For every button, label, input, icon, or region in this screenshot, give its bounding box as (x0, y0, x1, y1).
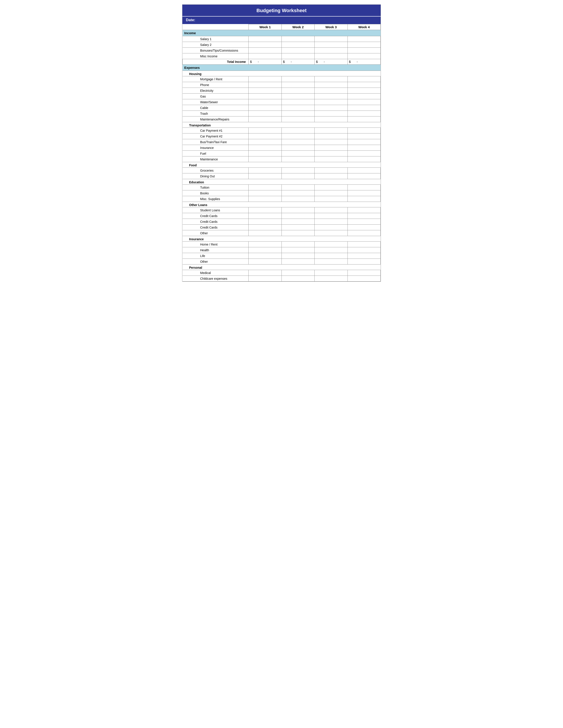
value-cell[interactable] (282, 185, 315, 190)
value-cell[interactable] (282, 151, 315, 156)
value-cell[interactable] (348, 207, 381, 213)
total-week3[interactable]: $ - (315, 59, 348, 65)
value-cell[interactable] (315, 42, 348, 48)
value-cell[interactable] (315, 253, 348, 259)
value-cell[interactable] (348, 139, 381, 145)
value-cell[interactable] (248, 247, 282, 253)
value-cell[interactable] (348, 151, 381, 156)
value-cell[interactable] (282, 76, 315, 82)
value-cell[interactable] (248, 88, 282, 94)
value-cell[interactable] (282, 225, 315, 230)
value-cell[interactable] (315, 36, 348, 42)
value-cell[interactable] (315, 145, 348, 151)
value-cell[interactable] (348, 133, 381, 139)
value-cell[interactable] (315, 105, 348, 111)
value-cell[interactable] (315, 185, 348, 190)
value-cell[interactable] (348, 219, 381, 225)
value-cell[interactable] (282, 156, 315, 162)
value-cell[interactable] (348, 213, 381, 219)
value-cell[interactable] (348, 36, 381, 42)
value-cell[interactable] (282, 276, 315, 281)
value-cell[interactable] (248, 133, 282, 139)
value-cell[interactable] (248, 185, 282, 190)
value-cell[interactable] (248, 173, 282, 179)
value-cell[interactable] (315, 82, 348, 88)
value-cell[interactable] (348, 111, 381, 116)
value-cell[interactable] (348, 190, 381, 196)
value-cell[interactable] (348, 105, 381, 111)
value-cell[interactable] (315, 247, 348, 253)
value-cell[interactable] (282, 253, 315, 259)
value-cell[interactable] (248, 213, 282, 219)
value-cell[interactable] (248, 196, 282, 202)
value-cell[interactable] (315, 173, 348, 179)
value-cell[interactable] (315, 213, 348, 219)
value-cell[interactable] (315, 270, 348, 276)
value-cell[interactable] (315, 139, 348, 145)
value-cell[interactable] (348, 82, 381, 88)
value-cell[interactable] (315, 151, 348, 156)
value-cell[interactable] (282, 48, 315, 53)
value-cell[interactable] (348, 247, 381, 253)
value-cell[interactable] (282, 219, 315, 225)
total-week2[interactable]: $ - (282, 59, 315, 65)
value-cell[interactable] (315, 48, 348, 53)
value-cell[interactable] (248, 53, 282, 59)
value-cell[interactable] (248, 270, 282, 276)
value-cell[interactable] (282, 133, 315, 139)
value-cell[interactable] (248, 230, 282, 236)
value-cell[interactable] (248, 156, 282, 162)
value-cell[interactable] (282, 196, 315, 202)
value-cell[interactable] (348, 196, 381, 202)
value-cell[interactable] (315, 133, 348, 139)
value-cell[interactable] (348, 42, 381, 48)
value-cell[interactable] (348, 185, 381, 190)
value-cell[interactable] (282, 270, 315, 276)
value-cell[interactable] (282, 173, 315, 179)
value-cell[interactable] (248, 242, 282, 247)
value-cell[interactable] (282, 82, 315, 88)
value-cell[interactable] (348, 116, 381, 122)
value-cell[interactable] (348, 53, 381, 59)
value-cell[interactable] (282, 242, 315, 247)
value-cell[interactable] (248, 259, 282, 265)
value-cell[interactable] (248, 139, 282, 145)
value-cell[interactable] (248, 219, 282, 225)
value-cell[interactable] (348, 128, 381, 133)
value-cell[interactable] (248, 151, 282, 156)
value-cell[interactable] (282, 53, 315, 59)
value-cell[interactable] (315, 156, 348, 162)
value-cell[interactable] (282, 259, 315, 265)
value-cell[interactable] (248, 42, 282, 48)
value-cell[interactable] (248, 111, 282, 116)
value-cell[interactable] (315, 276, 348, 281)
value-cell[interactable] (282, 207, 315, 213)
value-cell[interactable] (315, 116, 348, 122)
value-cell[interactable] (315, 190, 348, 196)
value-cell[interactable] (248, 94, 282, 99)
value-cell[interactable] (282, 139, 315, 145)
value-cell[interactable] (348, 173, 381, 179)
value-cell[interactable] (282, 213, 315, 219)
value-cell[interactable] (248, 36, 282, 42)
value-cell[interactable] (315, 207, 348, 213)
total-week4[interactable]: $ - (348, 59, 381, 65)
value-cell[interactable] (282, 105, 315, 111)
value-cell[interactable] (248, 105, 282, 111)
value-cell[interactable] (348, 276, 381, 281)
value-cell[interactable] (248, 276, 282, 281)
value-cell[interactable] (348, 76, 381, 82)
value-cell[interactable] (248, 145, 282, 151)
value-cell[interactable] (315, 168, 348, 173)
value-cell[interactable] (348, 88, 381, 94)
value-cell[interactable] (282, 116, 315, 122)
total-week1[interactable]: $ - (248, 59, 282, 65)
value-cell[interactable] (348, 48, 381, 53)
value-cell[interactable] (282, 190, 315, 196)
value-cell[interactable] (348, 156, 381, 162)
value-cell[interactable] (282, 145, 315, 151)
value-cell[interactable] (282, 230, 315, 236)
value-cell[interactable] (348, 99, 381, 105)
value-cell[interactable] (248, 116, 282, 122)
value-cell[interactable] (315, 242, 348, 247)
